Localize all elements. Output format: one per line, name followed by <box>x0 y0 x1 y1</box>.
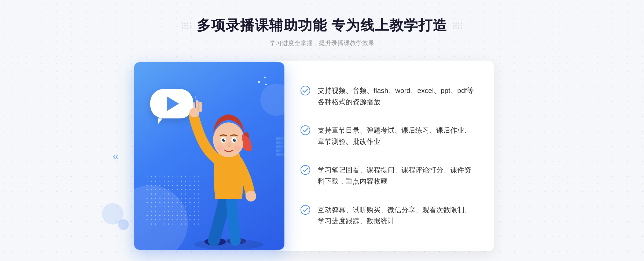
stripes-decoration <box>276 137 284 164</box>
svg-point-15 <box>235 139 236 140</box>
header-section: 多项录播课辅助功能 专为线上教学打造 学习进度全掌握，提升录播课教学效果 <box>0 16 644 47</box>
illustration-inner <box>134 62 284 250</box>
svg-point-13 <box>233 139 236 142</box>
person-illustration <box>180 94 277 250</box>
svg-point-23 <box>301 205 310 214</box>
svg-rect-6 <box>199 102 202 112</box>
svg-point-21 <box>301 126 310 135</box>
feature-text-2: 支持章节目录、弹题考试、课后练习、课后作业、章节测验、批改作业 <box>318 125 475 147</box>
sparkle-decoration-1 <box>258 81 260 83</box>
feature-item-4: 互动弹幕、试听购买、微信分享、观看次数限制、学习进度跟踪、数据统计 <box>301 196 475 235</box>
svg-point-7 <box>246 191 256 202</box>
feature-item-2: 支持章节目录、弹题考试、课后练习、课后作业、章节测验、批改作业 <box>301 116 475 156</box>
svg-line-18 <box>186 97 194 108</box>
illustration-card <box>134 62 284 250</box>
svg-point-16 <box>216 145 224 151</box>
page-container: 多项录播课辅助功能 专为线上教学打造 学习进度全掌握，提升录播课教学效果 « <box>0 0 644 261</box>
title-row: 多项录播课辅助功能 专为线上教学打造 <box>182 16 462 35</box>
svg-point-22 <box>301 165 310 174</box>
check-icon-2 <box>301 125 310 135</box>
sparkle-decoration-3 <box>265 84 267 85</box>
feature-item-3: 学习笔记回看、课程提问、课程评论打分、课件资料下载，重点内容收藏 <box>301 156 475 196</box>
features-card: 支持视频、音频、flash、word、excel、ppt、pdf等各种格式的资源… <box>274 61 494 251</box>
page-subtitle: 学习进度全掌握，提升录播课教学效果 <box>270 39 375 47</box>
check-icon-4 <box>301 205 310 215</box>
sparkle-decoration-2 <box>264 77 266 78</box>
check-icon-1 <box>301 86 310 95</box>
page-title: 多项录播课辅助功能 专为线上教学打造 <box>197 16 447 35</box>
right-dots-decoration <box>453 23 462 29</box>
left-dots-decoration <box>182 23 191 29</box>
svg-point-20 <box>301 86 310 95</box>
svg-point-17 <box>233 145 241 151</box>
svg-point-14 <box>224 139 225 140</box>
play-triangle-icon <box>167 96 179 111</box>
tiny-circle-decoration <box>118 219 129 230</box>
feature-text-4: 互动弹幕、试听购买、微信分享、观看次数限制、学习进度跟踪、数据统计 <box>318 204 475 227</box>
content-section: « <box>134 61 510 251</box>
svg-rect-5 <box>196 100 199 111</box>
feature-text-1: 支持视频、音频、flash、word、excel、ppt、pdf等各种格式的资源… <box>318 85 475 107</box>
left-arrow-decoration: « <box>113 150 119 162</box>
svg-point-12 <box>222 139 225 142</box>
feature-item-1: 支持视频、音频、flash、word、excel、ppt、pdf等各种格式的资源… <box>301 77 475 116</box>
check-icon-3 <box>301 165 310 175</box>
feature-text-3: 学习笔记回看、课程提问、课程评论打分、课件资料下载，重点内容收藏 <box>318 165 475 187</box>
